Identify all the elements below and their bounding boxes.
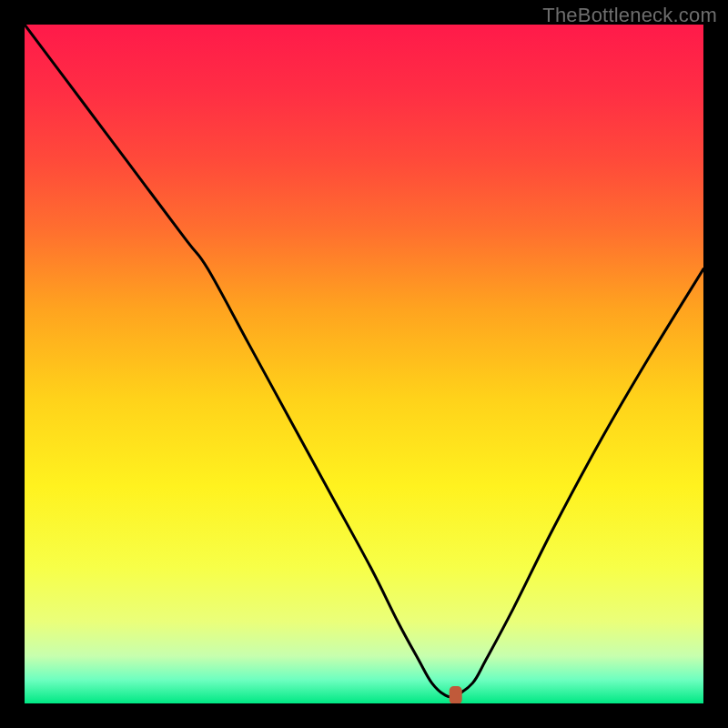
optimum-marker [450, 686, 462, 703]
bottleneck-chart [25, 25, 703, 703]
plot-area [25, 25, 703, 703]
chart-frame: TheBottleneck.com [0, 0, 728, 728]
gradient-background [25, 25, 703, 703]
